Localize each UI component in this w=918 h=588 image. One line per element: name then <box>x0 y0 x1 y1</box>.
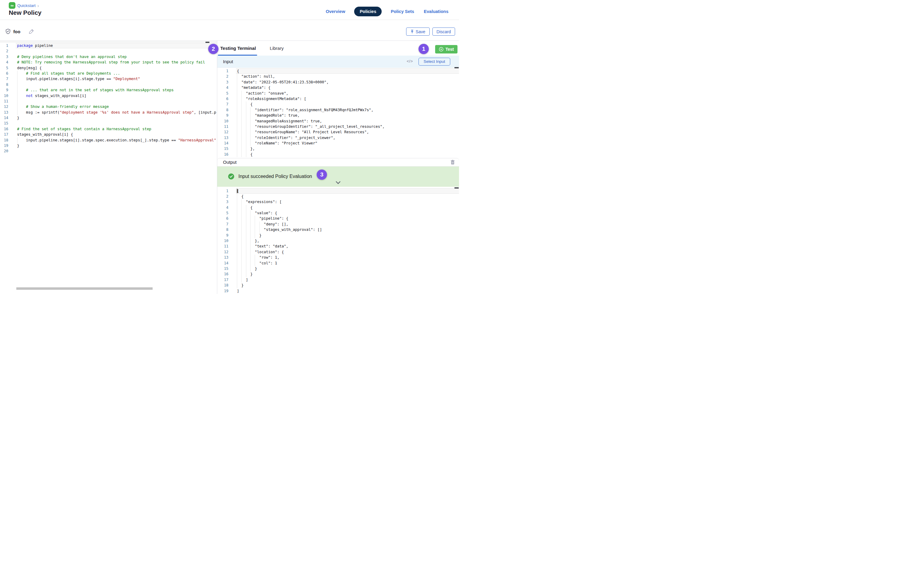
line-number: 17 <box>0 132 8 137</box>
save-button-label: Save <box>416 29 425 34</box>
code-line: "managedRoleAssignment": true, <box>236 118 459 124</box>
success-message: Input succeeded Policy Evaluation <box>238 174 312 179</box>
code-line: } <box>236 271 459 277</box>
line-number: 20 <box>0 149 8 154</box>
chevron-down-icon[interactable] <box>335 180 341 186</box>
line-number: 1 <box>217 68 228 74</box>
tour-badge-2: 2 <box>208 44 218 54</box>
code-toggle-icon[interactable]: </> <box>407 59 413 63</box>
input-json-editor[interactable]: 12345678910111213141516 { "action": null… <box>217 68 459 158</box>
editor-workspace: 1234567891011121314151617181920 package … <box>0 40 459 294</box>
code-line: { <box>236 194 459 199</box>
line-number: 11 <box>217 244 228 249</box>
code-line: { <box>236 102 459 107</box>
output-json-code-area[interactable]: [ { "expressions": [ { "value": { "pipel… <box>236 188 459 294</box>
line-number: 7 <box>217 221 228 227</box>
code-line: stages_with_approval[i] { <box>16 132 217 137</box>
line-number: 5 <box>0 65 8 71</box>
line-number: 5 <box>217 90 228 96</box>
line-number: 4 <box>0 60 8 65</box>
breadcrumb: ∞ Quickstart › <box>9 2 39 9</box>
trash-icon[interactable] <box>451 160 455 166</box>
line-number: 13 <box>217 135 228 141</box>
line-number: 11 <box>0 99 8 104</box>
test-button-label: Test <box>445 47 454 52</box>
shield-check-icon <box>6 29 10 34</box>
test-button[interactable]: Test <box>435 45 457 53</box>
tab-testing-terminal[interactable]: Testing Terminal <box>220 45 256 51</box>
input-label: Input <box>223 59 233 64</box>
code-line: } <box>236 266 459 271</box>
output-section-header: Output <box>217 158 459 166</box>
output-json-editor[interactable]: 12345678910111213141516171819 [ { "expre… <box>217 187 459 294</box>
nav-tab-evaluations[interactable]: Evaluations <box>423 9 449 14</box>
policy-code-editor[interactable]: 1234567891011121314151617181920 package … <box>0 41 217 294</box>
discard-button[interactable]: Discard <box>432 27 455 36</box>
code-line: [ <box>236 188 459 194</box>
edit-pencil-icon[interactable] <box>29 29 34 34</box>
check-circle-icon <box>228 173 234 179</box>
line-number: 2 <box>217 194 228 199</box>
code-line: { <box>236 205 459 210</box>
code-line: input.pipeline.stages[i].stage.spec.exec… <box>16 137 217 143</box>
code-line: ] <box>236 288 459 294</box>
select-input-button[interactable]: Select Input <box>419 58 450 66</box>
line-number: 2 <box>217 74 228 79</box>
input-section-header: Input </> Select Input <box>217 56 459 68</box>
code-line: }, <box>236 238 459 244</box>
line-number: 3 <box>0 54 8 60</box>
line-number: 8 <box>217 227 228 233</box>
line-number-gutter: 12345678910111213141516 <box>217 68 236 158</box>
discard-button-label: Discard <box>436 29 451 34</box>
line-number: 18 <box>0 137 8 143</box>
nav-tab-overview[interactable]: Overview <box>325 9 346 14</box>
scrollbar-thumb[interactable] <box>454 67 459 68</box>
input-json-code-area[interactable]: { "action": null, "date": "2022-05-05T20… <box>236 68 459 158</box>
code-line <box>16 48 217 54</box>
play-circle-icon <box>439 47 444 52</box>
scrollbar-thumb[interactable] <box>454 187 459 189</box>
code-line: # Find the set of stages that contain a … <box>16 126 217 132</box>
line-number: 11 <box>217 124 228 129</box>
nav-tab-policy-sets[interactable]: Policy Sets <box>390 9 415 14</box>
top-nav: Overview Policies Policy Sets Evaluation… <box>325 6 449 17</box>
horizontal-scrollbar-thumb[interactable] <box>16 288 153 290</box>
policy-code-area[interactable]: package pipeline # Deny pipelines that d… <box>16 43 217 158</box>
code-line: } <box>236 283 459 288</box>
code-line: } <box>16 143 217 149</box>
line-number: 6 <box>217 96 228 102</box>
code-line: "roleName": "Project Viewer" <box>236 141 459 146</box>
line-number: 7 <box>217 102 228 107</box>
line-number: 19 <box>0 143 8 149</box>
code-line: "resourceGroupName": "All Project Level … <box>236 129 459 135</box>
tab-library[interactable]: Library <box>270 45 284 51</box>
code-line: "metadata": { <box>236 85 459 90</box>
code-line: msg := sprintf("deployment stage '%s' do… <box>16 110 217 115</box>
code-line: "value": { <box>236 210 459 216</box>
line-number: 19 <box>217 288 228 294</box>
line-number: 6 <box>217 216 228 221</box>
new-policy-page: ∞ Quickstart › New Policy Overview Polic… <box>0 0 459 294</box>
code-line: { <box>236 68 459 74</box>
line-number: 12 <box>0 104 8 109</box>
line-number: 16 <box>0 126 8 132</box>
line-number: 15 <box>217 266 228 271</box>
line-number: 1 <box>0 43 8 48</box>
code-line: package pipeline <box>16 43 217 48</box>
line-number: 18 <box>217 283 228 288</box>
line-number: 9 <box>217 233 228 238</box>
line-number-gutter: 1234567891011121314151617181920 <box>0 43 16 158</box>
line-number: 16 <box>217 271 228 277</box>
breadcrumb-link-quickstart[interactable]: Quickstart <box>17 3 36 8</box>
code-line: "col": 1 <box>236 260 459 266</box>
nav-tab-policies[interactable]: Policies <box>354 6 381 16</box>
line-number: 3 <box>217 79 228 85</box>
code-line: "roleIdentifier": "_project_viewer", <box>236 135 459 141</box>
scrollbar-track[interactable] <box>0 41 217 43</box>
save-button[interactable]: Save <box>406 27 430 36</box>
policy-toolbar: foo Save Discard <box>0 19 459 40</box>
line-number: 5 <box>217 210 228 216</box>
line-number: 9 <box>217 113 228 118</box>
code-line: "resourceGroupIdentifier": "_all_project… <box>236 124 459 129</box>
line-number: 12 <box>217 249 228 255</box>
